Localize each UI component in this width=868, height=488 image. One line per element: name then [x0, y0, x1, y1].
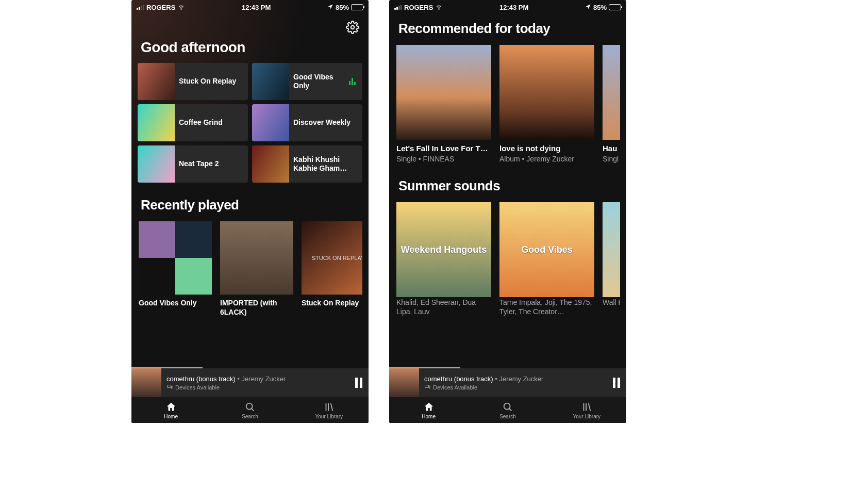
tab-label: Your Library [573, 414, 601, 419]
location-icon [327, 4, 333, 11]
media-card[interactable]: STUCK ON REPLAYStuck On Replay [302, 221, 362, 317]
devices-label: Devices Available [433, 384, 477, 391]
media-title: Let's Fall In Love For T… [396, 144, 491, 154]
svg-line-7 [331, 403, 333, 411]
tab-home[interactable]: Home [131, 397, 210, 423]
media-card[interactable]: Wall Pilot [603, 202, 620, 316]
recommended-row[interactable]: Let's Fall In Love For T…Single • FINNEA… [395, 45, 620, 164]
svg-rect-9 [429, 386, 430, 388]
recently-played-heading: Recently played [138, 183, 362, 221]
location-icon [585, 4, 591, 11]
album-art-icon: Good Vibes [499, 202, 594, 297]
tab-library[interactable]: Your Library [547, 397, 626, 423]
album-art-icon [139, 221, 212, 295]
status-bar: ROGERS 12:43 PM 85% [389, 0, 626, 14]
media-card[interactable]: HauSingl [603, 45, 620, 164]
media-card[interactable]: Good VibesTame Impala, Joji, The 1975, T… [499, 202, 594, 316]
album-art-icon: Weekend Hangouts [396, 202, 491, 297]
progress-bar[interactable] [131, 367, 203, 368]
shortcut-label: Good Vibes Only [289, 73, 349, 91]
album-art-icon [252, 63, 289, 100]
media-title: Stuck On Replay [302, 299, 362, 308]
shortcut-label: Discover Weekly [289, 118, 362, 127]
clock: 12:43 PM [443, 4, 585, 11]
status-bar: ROGERS 12:43 PM 85% [131, 0, 369, 14]
settings-icon[interactable] [346, 21, 359, 36]
album-art-icon [220, 221, 293, 295]
wifi-icon [435, 3, 443, 12]
now-playing-bar[interactable]: comethru (bonus track) • Jeremy Zucker D… [389, 367, 626, 397]
tab-search[interactable]: Search [468, 397, 547, 423]
media-card[interactable]: Weekend HangoutsKhalid, Ed Sheeran, Dua … [396, 202, 491, 316]
album-art-icon [138, 145, 175, 183]
media-subtitle: Wall Pilot [603, 298, 620, 307]
svg-line-11 [509, 408, 512, 411]
media-card[interactable]: love is not dyingAlbum • Jeremy Zucker [499, 45, 594, 164]
clock: 12:43 PM [185, 4, 327, 11]
tab-search[interactable]: Search [210, 397, 289, 423]
shortcut-card[interactable]: Stuck On Replay [138, 63, 248, 100]
shortcut-card[interactable]: Neat Tape 2 [138, 145, 248, 183]
phone-screen-right: ROGERS 12:43 PM 85% Recommended for toda… [389, 0, 626, 423]
recommended-heading: Recommended for today [395, 14, 620, 45]
signal-icon [137, 5, 144, 10]
shortcut-card[interactable]: Kabhi Khushi Kabhie Gham… [252, 145, 362, 183]
svg-rect-2 [172, 386, 173, 388]
album-art-icon [603, 45, 620, 140]
svg-line-4 [252, 408, 254, 411]
now-playing-bar[interactable]: comethru (bonus track) • Jeremy Zucker D… [131, 367, 369, 397]
wifi-icon [177, 3, 185, 12]
album-art-icon [499, 45, 594, 140]
media-card[interactable]: IMPORTED (with 6LACK) [220, 221, 293, 317]
now-playing-artist: Jeremy Zucker [499, 375, 543, 383]
tab-label: Home [164, 414, 178, 419]
tab-label: Search [242, 414, 258, 419]
devices-icon [424, 384, 430, 391]
pause-button[interactable] [613, 378, 620, 388]
shortcut-label: Neat Tape 2 [175, 159, 248, 169]
summer-sounds-row[interactable]: Weekend HangoutsKhalid, Ed Sheeran, Dua … [395, 202, 620, 316]
phone-screen-left: ROGERS 12:43 PM 85% Good afternoon Stuck… [131, 0, 369, 423]
album-art-icon [252, 104, 289, 141]
tab-home[interactable]: Home [389, 397, 468, 423]
media-subtitle: Singl [603, 155, 620, 164]
svg-rect-1 [168, 385, 171, 387]
carrier-label: ROGERS [146, 4, 175, 11]
album-art-icon [138, 104, 175, 141]
devices-label: Devices Available [175, 384, 220, 391]
tab-library[interactable]: Your Library [290, 397, 369, 423]
media-subtitle: Album • Jeremy Zucker [499, 155, 594, 164]
battery-icon [609, 4, 621, 10]
album-art-icon [603, 202, 620, 297]
media-title: Good Vibes Only [139, 299, 212, 308]
shortcut-label: Kabhi Khushi Kabhie Gham… [289, 155, 362, 173]
tab-bar: Home Search Your Library [131, 397, 369, 423]
progress-bar[interactable] [389, 367, 460, 368]
now-playing-track: comethru (bonus track) [424, 375, 493, 383]
summer-sounds-heading: Summer sounds [395, 164, 620, 202]
shortcut-card[interactable]: Discover Weekly [252, 104, 362, 141]
svg-rect-8 [425, 385, 429, 387]
album-art-icon [396, 45, 491, 140]
shortcut-card[interactable]: Coffee Grind [138, 104, 248, 141]
tab-label: Search [499, 414, 516, 419]
pause-button[interactable] [355, 378, 362, 388]
media-title: Hau [603, 144, 620, 154]
shortcut-label: Stuck On Replay [175, 77, 248, 86]
shortcut-card[interactable]: Good Vibes Only [252, 63, 362, 100]
media-subtitle: Khalid, Ed Sheeran, Dua Lipa, Lauv [396, 298, 491, 316]
now-playing-indicator-icon [349, 78, 357, 85]
recently-played-row[interactable]: Good Vibes Only IMPORTED (with 6LACK) ST… [138, 221, 362, 317]
greeting-heading: Good afternoon [138, 36, 362, 63]
battery-icon [351, 4, 363, 10]
signal-icon [394, 5, 402, 10]
media-title: love is not dying [499, 144, 594, 154]
svg-line-14 [589, 403, 591, 411]
media-card[interactable]: Let's Fall In Love For T…Single • FINNEA… [396, 45, 491, 164]
tab-label: Your Library [315, 414, 343, 419]
shortcut-grid: Stuck On Replay Good Vibes Only Coffee G… [138, 63, 362, 183]
devices-icon [166, 384, 173, 391]
carrier-label: ROGERS [404, 4, 433, 11]
media-card[interactable]: Good Vibes Only [139, 221, 212, 317]
album-art-icon [138, 63, 175, 100]
